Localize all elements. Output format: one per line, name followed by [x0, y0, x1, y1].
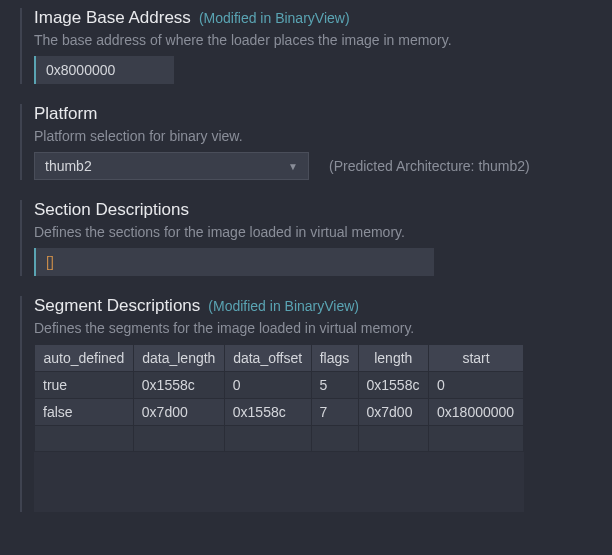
segments-modified: (Modified in BinaryView): [208, 298, 359, 314]
platform-desc: Platform selection for binary view.: [34, 128, 592, 144]
image-base-desc: The base address of where the loader pla…: [34, 32, 592, 48]
cell-auto-defined[interactable]: true: [35, 372, 134, 399]
platform-dropdown[interactable]: thumb2 ▼: [34, 152, 309, 180]
segments-table[interactable]: auto_defined data_length data_offset fla…: [34, 344, 524, 452]
col-auto-defined[interactable]: auto_defined: [35, 345, 134, 372]
cell-data-length[interactable]: 0x1558c: [133, 372, 224, 399]
image-base-title: Image Base Address: [34, 8, 191, 28]
sections-section: Section Descriptions Defines the section…: [20, 200, 592, 276]
sections-input[interactable]: []: [34, 248, 434, 276]
segments-title: Segment Descriptions: [34, 296, 200, 316]
cell-flags[interactable]: 5: [311, 372, 358, 399]
table-row-empty[interactable]: [35, 426, 524, 452]
cell-start[interactable]: 0: [429, 372, 524, 399]
cell-start[interactable]: 0x18000000: [429, 399, 524, 426]
cell-data-length[interactable]: 0x7d00: [133, 399, 224, 426]
table-row[interactable]: true 0x1558c 0 5 0x1558c 0: [35, 372, 524, 399]
platform-title: Platform: [34, 104, 97, 124]
platform-value: thumb2: [45, 158, 92, 174]
table-footer-space: [34, 452, 524, 512]
segments-desc: Defines the segments for the image loade…: [34, 320, 592, 336]
cell-length[interactable]: 0x7d00: [358, 399, 429, 426]
cell-data-offset[interactable]: 0x1558c: [224, 399, 311, 426]
cell-auto-defined[interactable]: false: [35, 399, 134, 426]
cell-data-offset[interactable]: 0: [224, 372, 311, 399]
platform-section: Platform Platform selection for binary v…: [20, 104, 592, 180]
col-data-offset[interactable]: data_offset: [224, 345, 311, 372]
bracket-close: ]: [50, 254, 54, 270]
table-row[interactable]: false 0x7d00 0x1558c 7 0x7d00 0x18000000: [35, 399, 524, 426]
segments-section: Segment Descriptions (Modified in Binary…: [20, 296, 592, 512]
col-data-length[interactable]: data_length: [133, 345, 224, 372]
col-flags[interactable]: flags: [311, 345, 358, 372]
image-base-section: Image Base Address (Modified in BinaryVi…: [20, 8, 592, 84]
segments-table-wrap: auto_defined data_length data_offset fla…: [34, 344, 592, 512]
image-base-modified: (Modified in BinaryView): [199, 10, 350, 26]
platform-predicted: (Predicted Architecture: thumb2): [329, 158, 530, 174]
sections-desc: Defines the sections for the image loade…: [34, 224, 592, 240]
cell-length[interactable]: 0x1558c: [358, 372, 429, 399]
cell-flags[interactable]: 7: [311, 399, 358, 426]
col-length[interactable]: length: [358, 345, 429, 372]
col-start[interactable]: start: [429, 345, 524, 372]
sections-title: Section Descriptions: [34, 200, 189, 220]
chevron-down-icon: ▼: [288, 161, 298, 172]
image-base-input[interactable]: [34, 56, 174, 84]
